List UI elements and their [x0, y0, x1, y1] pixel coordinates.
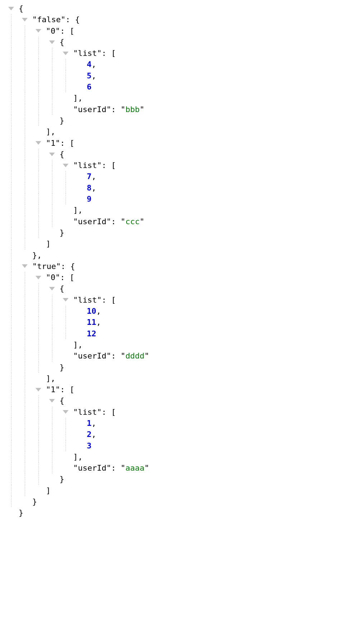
tree-row[interactable]: "list": [: [4, 407, 356, 418]
json-number: 6: [87, 82, 91, 91]
tree-row[interactable]: 4,: [4, 59, 356, 70]
json-number: 10: [87, 307, 96, 316]
json-key: 1: [51, 139, 55, 148]
json-number: 4: [87, 60, 91, 69]
chevron-down-icon: [35, 276, 41, 279]
tree-guide: [4, 25, 18, 37]
chevron-down-icon: [49, 287, 55, 290]
tree-guide: [18, 25, 32, 37]
tree-row[interactable]: "list": [: [4, 294, 356, 306]
tree-row[interactable]: ],: [4, 126, 356, 137]
expand-toggle[interactable]: [59, 407, 72, 418]
expand-toggle[interactable]: [32, 25, 45, 37]
expand-toggle[interactable]: [32, 384, 45, 395]
tree-row[interactable]: 12: [4, 328, 356, 339]
tree-row[interactable]: 6: [4, 81, 356, 92]
json-key: userId: [78, 217, 106, 226]
json-number: 5: [87, 71, 91, 80]
tree-row[interactable]: {: [4, 37, 356, 48]
chevron-down-icon: [35, 141, 41, 145]
json-string: bbb: [125, 105, 140, 114]
expand-toggle[interactable]: [45, 395, 59, 406]
expand-toggle[interactable]: [45, 37, 59, 48]
expand-toggle[interactable]: [18, 14, 32, 25]
tree-row[interactable]: },: [4, 250, 356, 261]
tree-row[interactable]: }: [4, 227, 356, 238]
expand-toggle[interactable]: [59, 294, 72, 306]
chevron-down-icon: [63, 52, 68, 55]
tree-row[interactable]: "list": [: [4, 160, 356, 171]
tree-row[interactable]: "false": {: [4, 14, 356, 25]
json-key: userId: [78, 105, 106, 114]
tree-row[interactable]: }: [4, 362, 356, 373]
tree-row[interactable]: "0": [: [4, 272, 356, 283]
tree-row[interactable]: ]: [4, 485, 356, 496]
json-number: 1: [87, 419, 91, 428]
tree-row[interactable]: ],: [4, 339, 356, 350]
tree-row[interactable]: "0": [: [4, 25, 356, 37]
tree-row[interactable]: ],: [4, 451, 356, 462]
chevron-down-icon: [49, 153, 55, 156]
json-key: true: [37, 262, 56, 271]
json-key: userId: [78, 463, 106, 472]
tree-row[interactable]: {: [4, 3, 356, 14]
tree-row[interactable]: "true": {: [4, 261, 356, 272]
brace-close: }: [60, 116, 64, 125]
tree-row[interactable]: 9: [4, 193, 356, 205]
chevron-down-icon: [35, 29, 41, 33]
expand-toggle[interactable]: [45, 149, 59, 160]
chevron-down-icon: [63, 410, 68, 414]
expand-toggle[interactable]: [59, 48, 72, 59]
json-string: dddd: [125, 351, 145, 360]
tree-row[interactable]: }: [4, 507, 356, 518]
json-number: 11: [87, 318, 96, 327]
tree-row[interactable]: 1,: [4, 418, 356, 429]
expand-toggle[interactable]: [32, 272, 45, 283]
chevron-down-icon: [49, 40, 55, 44]
expand-toggle[interactable]: [59, 160, 72, 171]
tree-row[interactable]: "userId": "aaaa": [4, 462, 356, 474]
tree-row[interactable]: "userId": "ccc": [4, 216, 356, 227]
json-key: list: [78, 49, 97, 58]
tree-row[interactable]: ],: [4, 92, 356, 104]
brace-open: {: [19, 4, 23, 13]
tree-row[interactable]: "list": [: [4, 48, 356, 59]
tree-row[interactable]: 3: [4, 440, 356, 451]
tree-row[interactable]: "1": [: [4, 384, 356, 395]
json-key: false: [37, 15, 61, 24]
expand-toggle[interactable]: [45, 283, 59, 294]
tree-row[interactable]: {: [4, 149, 356, 160]
json-key: 0: [51, 273, 55, 282]
expand-toggle[interactable]: [18, 261, 32, 272]
tree-row[interactable]: 2,: [4, 429, 356, 440]
expand-toggle[interactable]: [4, 3, 18, 14]
json-string: ccc: [125, 217, 140, 226]
chevron-down-icon: [35, 388, 41, 391]
tree-row[interactable]: ],: [4, 373, 356, 384]
json-key: list: [78, 408, 97, 417]
tree-row[interactable]: ]: [4, 238, 356, 249]
tree-row[interactable]: {: [4, 283, 356, 294]
brace-close: }: [19, 508, 23, 517]
tree-row[interactable]: "1": [: [4, 138, 356, 149]
json-tree-viewer: { "false": { "0": [ { "list": [ 4, 5, 6 …: [0, 0, 360, 522]
tree-row[interactable]: "userId": "bbb": [4, 104, 356, 115]
json-key: 0: [51, 27, 55, 35]
chevron-down-icon: [22, 264, 28, 268]
json-key: list: [78, 295, 97, 304]
tree-row[interactable]: 8,: [4, 182, 356, 193]
chevron-down-icon: [8, 7, 14, 10]
tree-row[interactable]: 11,: [4, 317, 356, 328]
tree-row[interactable]: 5,: [4, 70, 356, 81]
expand-toggle[interactable]: [32, 138, 45, 149]
tree-row[interactable]: 7,: [4, 171, 356, 182]
json-number: 2: [87, 430, 91, 439]
tree-row[interactable]: }: [4, 496, 356, 507]
tree-row[interactable]: }: [4, 474, 356, 485]
chevron-down-icon: [22, 18, 28, 21]
tree-row[interactable]: 10,: [4, 306, 356, 317]
tree-row[interactable]: ],: [4, 205, 356, 216]
tree-row[interactable]: "userId": "dddd": [4, 350, 356, 361]
tree-row[interactable]: }: [4, 115, 356, 126]
tree-row[interactable]: {: [4, 395, 356, 406]
